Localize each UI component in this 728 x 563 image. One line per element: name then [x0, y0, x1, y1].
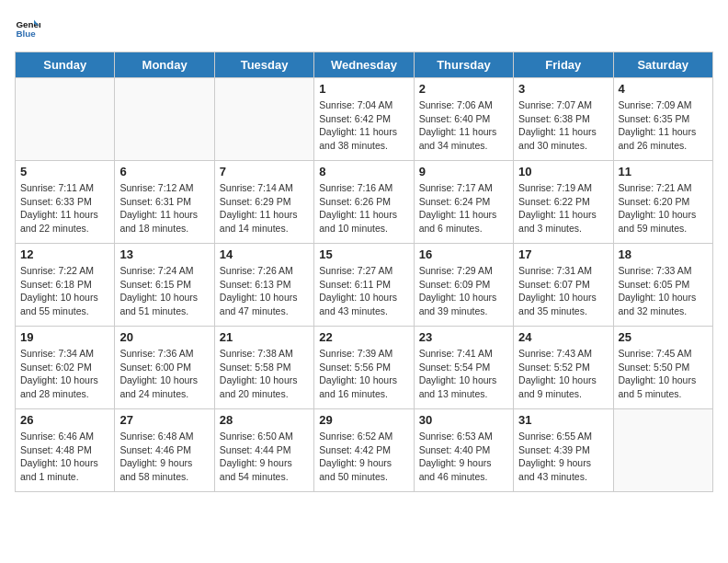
- daylight-label: Daylight: 10 hours and 51 minutes.: [119, 292, 198, 316]
- day-info: Sunrise: 7:33 AMSunset: 6:05 PMDaylight:…: [619, 264, 708, 318]
- weekday-header-tuesday: Tuesday: [214, 52, 313, 78]
- sunrise-label: Sunrise: 6:46 AM: [20, 431, 94, 442]
- daylight-label: Daylight: 10 hours and 43 minutes.: [319, 292, 397, 316]
- day-info: Sunrise: 7:11 AMSunset: 6:33 PMDaylight:…: [20, 181, 109, 236]
- calendar-cell: 27Sunrise: 6:48 AMSunset: 4:46 PMDayligh…: [115, 409, 214, 492]
- day-number: 15: [319, 247, 408, 261]
- day-info: Sunrise: 7:34 AMSunset: 6:02 PMDaylight:…: [20, 347, 109, 401]
- daylight-label: Daylight: 11 hours and 10 minutes.: [319, 209, 397, 234]
- sunrise-label: Sunrise: 7:29 AM: [419, 265, 493, 276]
- logo: General Blue: [15, 15, 44, 40]
- daylight-label: Daylight: 10 hours and 5 minutes.: [619, 374, 697, 399]
- day-number: 6: [119, 165, 209, 178]
- daylight-label: Daylight: 11 hours and 30 minutes.: [518, 126, 597, 151]
- logo-icon: General Blue: [15, 15, 40, 40]
- daylight-label: Daylight: 10 hours and 28 minutes.: [20, 374, 98, 399]
- day-number: 3: [518, 82, 608, 96]
- sunset-label: Sunset: 6:07 PM: [518, 279, 590, 290]
- day-info: Sunrise: 6:52 AMSunset: 4:42 PMDaylight:…: [319, 430, 408, 484]
- sunset-label: Sunset: 4:48 PM: [20, 444, 92, 455]
- day-info: Sunrise: 6:53 AMSunset: 4:40 PMDaylight:…: [419, 430, 508, 484]
- sunrise-label: Sunrise: 7:07 AM: [518, 99, 592, 110]
- day-info: Sunrise: 6:46 AMSunset: 4:48 PMDaylight:…: [20, 430, 109, 484]
- sunset-label: Sunset: 5:56 PM: [319, 362, 391, 373]
- day-number: 20: [119, 330, 209, 344]
- sunset-label: Sunset: 6:40 PM: [419, 113, 491, 124]
- week-row-3: 12Sunrise: 7:22 AMSunset: 6:18 PMDayligh…: [16, 244, 713, 327]
- calendar-cell: 6Sunrise: 7:12 AMSunset: 6:31 PMDaylight…: [115, 161, 214, 244]
- weekday-header-saturday: Saturday: [613, 52, 712, 78]
- day-number: 10: [518, 165, 608, 178]
- daylight-label: Daylight: 10 hours and 35 minutes.: [518, 292, 597, 316]
- calendar-cell: 26Sunrise: 6:46 AMSunset: 4:48 PMDayligh…: [16, 409, 115, 492]
- sunset-label: Sunset: 5:54 PM: [419, 362, 491, 373]
- sunrise-label: Sunrise: 7:45 AM: [619, 348, 692, 359]
- calendar-cell: [16, 78, 115, 161]
- sunrise-label: Sunrise: 7:38 AM: [220, 348, 293, 359]
- day-number: 8: [319, 165, 408, 178]
- daylight-label: Daylight: 10 hours and 39 minutes.: [419, 292, 497, 316]
- day-info: Sunrise: 7:31 AMSunset: 6:07 PMDaylight:…: [518, 264, 608, 318]
- sunrise-label: Sunrise: 7:14 AM: [220, 182, 293, 193]
- sunset-label: Sunset: 6:35 PM: [619, 113, 690, 124]
- calendar-cell: 11Sunrise: 7:21 AMSunset: 6:20 PMDayligh…: [613, 161, 712, 244]
- sunrise-label: Sunrise: 7:22 AM: [20, 265, 94, 276]
- sunrise-label: Sunrise: 6:55 AM: [518, 431, 592, 442]
- sunrise-label: Sunrise: 7:09 AM: [619, 99, 692, 110]
- day-info: Sunrise: 7:29 AMSunset: 6:09 PMDaylight:…: [419, 264, 508, 318]
- sunset-label: Sunset: 6:00 PM: [119, 362, 191, 373]
- calendar-cell: 17Sunrise: 7:31 AMSunset: 6:07 PMDayligh…: [514, 244, 613, 327]
- day-info: Sunrise: 7:26 AMSunset: 6:13 PMDaylight:…: [220, 264, 309, 318]
- sunrise-label: Sunrise: 7:34 AM: [20, 348, 94, 359]
- day-info: Sunrise: 7:14 AMSunset: 6:29 PMDaylight:…: [220, 181, 309, 236]
- calendar-cell: [214, 78, 313, 161]
- day-info: Sunrise: 7:17 AMSunset: 6:24 PMDaylight:…: [419, 181, 508, 236]
- week-row-5: 26Sunrise: 6:46 AMSunset: 4:48 PMDayligh…: [16, 409, 713, 492]
- day-number: 19: [20, 330, 109, 344]
- sunrise-label: Sunrise: 7:27 AM: [319, 265, 392, 276]
- day-number: 24: [518, 330, 608, 344]
- sunrise-label: Sunrise: 7:31 AM: [518, 265, 592, 276]
- day-info: Sunrise: 7:27 AMSunset: 6:11 PMDaylight:…: [319, 264, 408, 318]
- sunrise-label: Sunrise: 7:41 AM: [419, 348, 493, 359]
- daylight-label: Daylight: 11 hours and 3 minutes.: [518, 209, 597, 234]
- daylight-label: Daylight: 11 hours and 26 minutes.: [619, 126, 697, 151]
- daylight-label: Daylight: 10 hours and 1 minute.: [20, 457, 98, 482]
- weekday-header-row: SundayMondayTuesdayWednesdayThursdayFrid…: [16, 52, 713, 78]
- sunset-label: Sunset: 6:24 PM: [419, 196, 491, 207]
- calendar-cell: 23Sunrise: 7:41 AMSunset: 5:54 PMDayligh…: [414, 327, 513, 409]
- daylight-label: Daylight: 10 hours and 24 minutes.: [119, 374, 198, 399]
- day-number: 13: [119, 247, 209, 261]
- sunrise-label: Sunrise: 7:12 AM: [119, 182, 193, 193]
- calendar-cell: 14Sunrise: 7:26 AMSunset: 6:13 PMDayligh…: [214, 244, 313, 327]
- sunset-label: Sunset: 4:40 PM: [419, 444, 491, 455]
- calendar-table: SundayMondayTuesdayWednesdayThursdayFrid…: [15, 52, 713, 492]
- weekday-header-monday: Monday: [115, 52, 214, 78]
- daylight-label: Daylight: 11 hours and 22 minutes.: [20, 209, 98, 234]
- day-number: 9: [419, 165, 508, 178]
- day-number: 28: [220, 413, 309, 427]
- page-header: General Blue: [15, 15, 713, 40]
- daylight-label: Daylight: 10 hours and 20 minutes.: [220, 374, 298, 399]
- week-row-1: 1Sunrise: 7:04 AMSunset: 6:42 PMDaylight…: [16, 78, 713, 161]
- sunset-label: Sunset: 4:44 PM: [220, 444, 291, 455]
- calendar-cell: 30Sunrise: 6:53 AMSunset: 4:40 PMDayligh…: [414, 409, 513, 492]
- calendar-cell: [613, 409, 712, 492]
- day-info: Sunrise: 6:55 AMSunset: 4:39 PMDaylight:…: [518, 430, 608, 484]
- calendar-cell: 2Sunrise: 7:06 AMSunset: 6:40 PMDaylight…: [414, 78, 513, 161]
- day-number: 17: [518, 247, 608, 261]
- day-info: Sunrise: 7:04 AMSunset: 6:42 PMDaylight:…: [319, 98, 408, 153]
- daylight-label: Daylight: 9 hours and 50 minutes.: [319, 457, 392, 482]
- daylight-label: Daylight: 10 hours and 13 minutes.: [419, 374, 497, 399]
- sunset-label: Sunset: 6:29 PM: [220, 196, 291, 207]
- sunrise-label: Sunrise: 6:52 AM: [319, 431, 392, 442]
- sunrise-label: Sunrise: 7:36 AM: [119, 348, 193, 359]
- sunset-label: Sunset: 6:42 PM: [319, 113, 391, 124]
- day-number: 29: [319, 413, 408, 427]
- daylight-label: Daylight: 11 hours and 14 minutes.: [220, 209, 298, 234]
- sunrise-label: Sunrise: 7:17 AM: [419, 182, 493, 193]
- calendar-cell: 28Sunrise: 6:50 AMSunset: 4:44 PMDayligh…: [214, 409, 313, 492]
- day-info: Sunrise: 7:16 AMSunset: 6:26 PMDaylight:…: [319, 181, 408, 236]
- sunset-label: Sunset: 6:18 PM: [20, 279, 92, 290]
- daylight-label: Daylight: 10 hours and 59 minutes.: [619, 209, 697, 234]
